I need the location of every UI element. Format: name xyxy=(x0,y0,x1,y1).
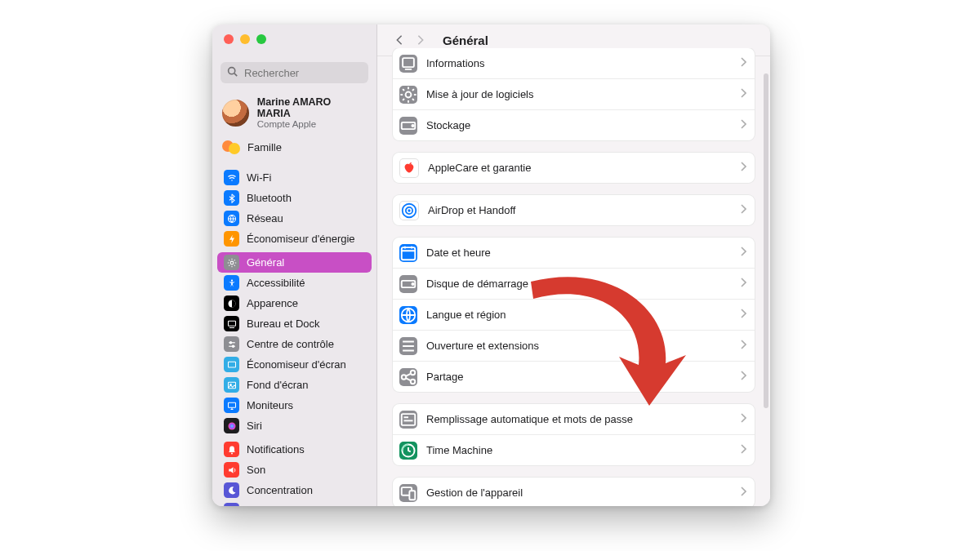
row-storage[interactable]: Stockage xyxy=(393,109,755,140)
forward-button[interactable] xyxy=(412,31,430,49)
siri-icon xyxy=(224,418,239,433)
sidebar-item-general[interactable]: Général xyxy=(217,252,372,273)
sidebar-item-wallpaper[interactable]: Fond d'écran xyxy=(217,375,372,395)
sidebar-family[interactable]: Famille xyxy=(217,136,372,164)
chevron-right-icon xyxy=(740,247,746,259)
software-update-icon xyxy=(399,86,417,104)
chevron-right-icon xyxy=(740,57,746,69)
minimize-window-button[interactable] xyxy=(240,34,250,44)
chevron-right-icon xyxy=(740,119,746,131)
search-field[interactable] xyxy=(220,62,368,83)
sidebar-item-sound[interactable]: Son xyxy=(217,460,372,480)
search-input[interactable] xyxy=(243,66,383,80)
displays-icon xyxy=(224,398,239,413)
language-icon xyxy=(399,306,417,324)
wallpaper-icon xyxy=(224,377,239,393)
row-label: Disque de démarrage xyxy=(426,278,731,290)
account-name: Marine AMARO MARIA xyxy=(257,96,367,119)
accessibility-icon xyxy=(224,275,239,291)
general-icon xyxy=(224,255,239,270)
content-body[interactable]: Informations Mise à jour de logiciels St… xyxy=(377,48,770,506)
row-startup-disk[interactable]: Disque de démarrage xyxy=(393,268,755,299)
sidebar-item-displays[interactable]: Moniteurs xyxy=(217,395,372,415)
device-mgmt-icon xyxy=(399,484,417,502)
family-icon xyxy=(222,139,239,156)
row-time-machine[interactable]: Time Machine xyxy=(393,434,755,465)
sidebar-item-label: Accessibilité xyxy=(247,277,305,289)
row-language[interactable]: Langue et région xyxy=(393,299,755,330)
sidebar-item-notifications[interactable]: Notifications xyxy=(217,439,372,460)
sidebar-item-label: Bureau et Dock xyxy=(247,318,320,330)
sidebar-item-label: Moniteurs xyxy=(247,399,293,411)
sidebar-item-control-center[interactable]: Centre de contrôle xyxy=(217,334,372,354)
sidebar-item-network[interactable]: Réseau xyxy=(217,208,372,229)
sidebar-item-label: Économiseur d'énergie xyxy=(247,233,355,245)
svg-point-5 xyxy=(230,279,232,281)
sidebar-item-focus[interactable]: Concentration xyxy=(217,480,372,500)
window-controls xyxy=(212,24,376,57)
row-label: Date et heure xyxy=(426,247,731,259)
row-label: AppleCare et garantie xyxy=(428,162,731,174)
row-autofill[interactable]: Remplissage automatique et mots de passe xyxy=(393,404,755,434)
back-button[interactable] xyxy=(390,31,408,49)
svg-rect-7 xyxy=(228,321,235,326)
row-software-update[interactable]: Mise à jour de logiciels xyxy=(393,78,755,109)
chevron-right-icon xyxy=(740,444,746,456)
row-label: Gestion de l'appareil xyxy=(426,487,731,499)
row-sharing[interactable]: Partage xyxy=(393,361,755,392)
sidebar-item-wifi[interactable]: Wi-Fi xyxy=(217,167,372,188)
sidebar-item-label: Réseau xyxy=(247,212,283,224)
wifi-icon xyxy=(224,170,239,185)
control-center-icon xyxy=(224,336,239,352)
network-icon xyxy=(224,211,239,226)
time-machine-icon xyxy=(399,442,417,460)
sidebar-item-energy[interactable]: Économiseur d'énergie xyxy=(217,229,372,249)
applecare-icon xyxy=(399,158,419,178)
row-date-time[interactable]: Date et heure xyxy=(393,238,755,268)
sidebar-item-appearance[interactable]: Apparence xyxy=(217,293,372,313)
search-icon xyxy=(227,66,238,79)
chevron-right-icon xyxy=(740,309,746,321)
notifications-icon xyxy=(224,442,239,457)
close-window-button[interactable] xyxy=(224,34,234,44)
sidebar-item-label: Bluetooth xyxy=(247,192,292,204)
sidebar-account[interactable]: Marine AMARO MARIA Compte Apple xyxy=(217,91,372,136)
svg-point-4 xyxy=(230,261,234,264)
row-login-items[interactable]: Ouverture et extensions xyxy=(393,330,755,361)
row-label: Time Machine xyxy=(426,444,731,456)
svg-rect-53 xyxy=(409,491,415,500)
row-device-mgmt[interactable]: Gestion de l'appareil xyxy=(393,478,755,506)
row-about[interactable]: Informations xyxy=(393,48,755,78)
row-label: Remplissage automatique et mots de passe xyxy=(426,413,731,425)
bluetooth-icon xyxy=(224,190,239,206)
sidebar-item-accessibility[interactable]: Accessibilité xyxy=(217,273,372,293)
energy-icon xyxy=(224,231,239,247)
screensaver-icon xyxy=(224,357,239,372)
row-label: Informations xyxy=(426,57,731,69)
chevron-right-icon xyxy=(740,413,746,425)
svg-rect-13 xyxy=(228,362,235,367)
sidebar-item-bluetooth[interactable]: Bluetooth xyxy=(217,188,372,208)
zoom-window-button[interactable] xyxy=(256,34,266,44)
sidebar-item-label: Fond d'écran xyxy=(247,379,308,391)
svg-rect-25 xyxy=(403,58,414,67)
date-time-icon xyxy=(399,244,417,262)
sidebar-scroll[interactable]: Marine AMARO MARIA Compte Apple Famille … xyxy=(212,88,376,506)
row-applecare[interactable]: AppleCare et garantie xyxy=(393,153,755,183)
sidebar-item-screensaver[interactable]: Économiseur d'écran xyxy=(217,354,372,375)
sidebar-item-label: Temps d'écran xyxy=(247,504,315,506)
svg-line-47 xyxy=(406,378,411,380)
sidebar-item-label: Son xyxy=(247,464,265,476)
desktop-icon xyxy=(224,316,239,331)
airdrop-icon xyxy=(399,201,419,220)
sidebar-item-desktop[interactable]: Bureau et Dock xyxy=(217,313,372,334)
row-label: Partage xyxy=(426,371,731,383)
row-label: Stockage xyxy=(426,119,731,131)
svg-point-2 xyxy=(231,180,233,181)
sidebar-item-screentime[interactable]: Temps d'écran xyxy=(217,500,372,506)
content-scrollbar[interactable] xyxy=(764,73,768,408)
sidebar-item-siri[interactable]: Siri xyxy=(217,415,372,436)
autofill-icon xyxy=(399,411,417,429)
settings-card: AppleCare et garantie xyxy=(392,152,755,184)
row-airdrop[interactable]: AirDrop et Handoff xyxy=(393,195,755,225)
